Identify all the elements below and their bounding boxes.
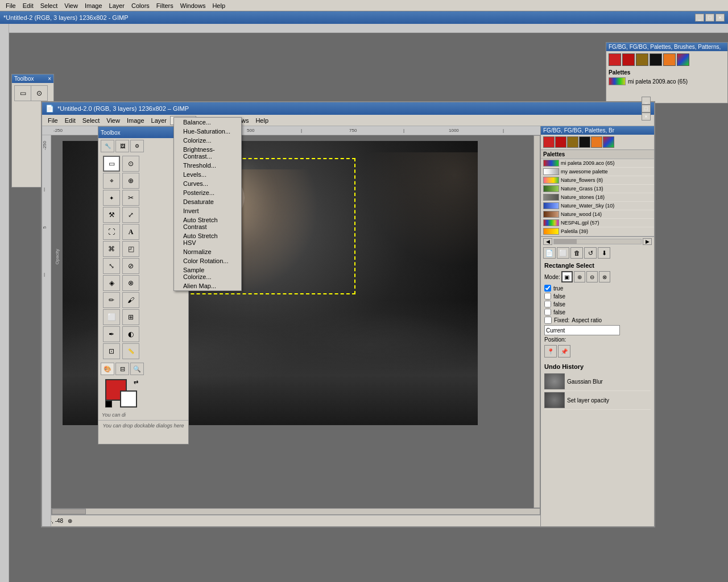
- tool-crop[interactable]: ⛶: [103, 224, 120, 240]
- mode-add-btn[interactable]: ⊕: [574, 271, 585, 282]
- palette-refresh-btn[interactable]: ↺: [584, 247, 597, 259]
- fixed-checkbox[interactable]: [544, 317, 552, 324]
- palette-row-4[interactable]: Nature_stones (18): [541, 193, 654, 202]
- menu-windows[interactable]: Windows: [177, 2, 209, 10]
- colors-menu-auto-stretch[interactable]: Auto Stretch Contrast: [174, 215, 241, 231]
- main-menu-view[interactable]: View: [103, 117, 123, 124]
- colors-menu-threshold[interactable]: Threshold...: [174, 161, 241, 170]
- tool-paths[interactable]: ⚒: [103, 207, 120, 223]
- main-hscrollbar[interactable]: [51, 508, 540, 515]
- reset-colors-icon[interactable]: [105, 401, 112, 408]
- tool-paintbrush[interactable]: 🖌: [122, 292, 139, 308]
- palette-new-btn[interactable]: 📄: [543, 247, 556, 259]
- bg-swatch-black[interactable]: [650, 53, 662, 66]
- palette-scroll-left[interactable]: ◀: [543, 238, 552, 245]
- main-menu-image[interactable]: Image: [123, 117, 148, 124]
- colors-menu-sample[interactable]: Sample Colorize...: [174, 265, 241, 281]
- palette-scroll-right[interactable]: ▶: [643, 238, 652, 245]
- tool-transform[interactable]: ⤢: [122, 207, 139, 223]
- main-minimize-btn[interactable]: _: [642, 97, 651, 105]
- bg-swatch-orange[interactable]: [663, 53, 676, 66]
- colors-menu-desaturate[interactable]: Desaturate: [174, 197, 241, 206]
- colors-menu-invert[interactable]: Invert: [174, 206, 241, 215]
- menu-layer[interactable]: Layer: [106, 2, 129, 10]
- tool-dodge-burn[interactable]: ◐: [122, 326, 139, 342]
- rp-swatch-black[interactable]: [579, 136, 590, 148]
- tool-airbrush[interactable]: ⊞: [122, 309, 139, 325]
- bg-minimize-btn[interactable]: _: [695, 14, 704, 22]
- tool-scissors[interactable]: ✂: [122, 190, 139, 206]
- bg-swatch-multi[interactable]: [677, 53, 689, 66]
- tool-ellipse-select[interactable]: ⊙: [122, 156, 139, 172]
- menu-file[interactable]: File: [2, 2, 19, 10]
- pos-btn-tl[interactable]: 📍: [544, 345, 557, 357]
- colors-menu-posterize[interactable]: Posterize...: [174, 188, 241, 197]
- colors-menu-brightness[interactable]: Brightness-Contrast...: [174, 145, 241, 161]
- main-menu-select[interactable]: Select: [79, 117, 104, 124]
- tool-info-1[interactable]: 🔧: [101, 140, 114, 152]
- bg-maximize-btn[interactable]: □: [705, 14, 714, 22]
- palette-row-1[interactable]: my awesome palette: [541, 168, 654, 176]
- tool-perspective[interactable]: ⤡: [103, 258, 120, 274]
- undo-entry-1[interactable]: Set layer opacity: [544, 391, 651, 410]
- tool-grid[interactable]: ⊟: [115, 363, 129, 375]
- rounded-corners-checkbox[interactable]: [544, 301, 551, 307]
- tool-bucket[interactable]: ⊗: [122, 275, 139, 291]
- bg-swatch-brown[interactable]: [636, 53, 648, 66]
- palette-scroll-track[interactable]: [553, 239, 642, 244]
- tool-smudge[interactable]: ⊡: [103, 343, 120, 359]
- bg-swatch-red[interactable]: [609, 53, 621, 66]
- menu-view[interactable]: View: [61, 2, 81, 10]
- main-menu-edit[interactable]: Edit: [61, 117, 79, 124]
- rp-swatch-red[interactable]: [543, 136, 555, 148]
- pos-btn-tr[interactable]: 📌: [558, 345, 570, 357]
- bg-color-box[interactable]: [120, 390, 137, 408]
- palette-duplicate-btn[interactable]: ⬜: [557, 247, 569, 259]
- palette-row-7[interactable]: NESP4L.gpl (57): [541, 219, 654, 227]
- current-value-input[interactable]: [544, 325, 620, 335]
- tool-heal[interactable]: ◰: [122, 241, 139, 257]
- colors-menu-colorize[interactable]: Colorize...: [174, 136, 241, 145]
- palette-row-5[interactable]: Nature_Water_Sky (10): [541, 202, 654, 210]
- status-zoom-icon[interactable]: ⊕: [68, 518, 72, 524]
- palette-row-2[interactable]: Nature_flowers (8): [541, 176, 654, 185]
- tool-rect-select[interactable]: ▭: [103, 156, 120, 172]
- rp-swatch-multi[interactable]: [603, 136, 614, 148]
- colors-menu-balance[interactable]: Balance...: [174, 118, 241, 127]
- tool-info-2[interactable]: 🖼: [115, 140, 129, 152]
- bg-tool-2[interactable]: ⊙: [31, 85, 48, 101]
- colors-menu-auto-hsv[interactable]: Auto Stretch HSV: [174, 231, 241, 247]
- antialiasing-checkbox[interactable]: [544, 285, 551, 292]
- bg-toolbox-close[interactable]: ×: [48, 76, 51, 82]
- main-menu-file[interactable]: File: [44, 117, 61, 124]
- tool-magic-wand[interactable]: ✦: [103, 190, 120, 206]
- palette-row-6[interactable]: Nature_wood (14): [541, 210, 654, 219]
- colors-menu-curves[interactable]: Curves...: [174, 179, 241, 188]
- rp-swatch-brown[interactable]: [567, 136, 578, 148]
- palette-row-8[interactable]: Paletila (39): [541, 227, 654, 236]
- tool-text[interactable]: A: [122, 224, 139, 240]
- main-menu-help[interactable]: Help: [252, 117, 272, 124]
- main-close-btn[interactable]: ×: [642, 113, 651, 120]
- main-maximize-btn[interactable]: □: [642, 105, 651, 113]
- bg-tool-1[interactable]: ▭: [14, 85, 31, 101]
- feather-edges-checkbox[interactable]: [544, 293, 551, 300]
- main-hscrollbar-thumb[interactable]: [52, 509, 86, 514]
- colors-menu-rotation[interactable]: Color Rotation...: [174, 256, 241, 265]
- mode-replace-btn[interactable]: ▣: [561, 271, 573, 282]
- colors-menu-hue-sat[interactable]: Hue-Saturation...: [174, 127, 241, 136]
- tool-flip[interactable]: ⊘: [122, 258, 139, 274]
- main-vscrollbar[interactable]: [533, 135, 540, 508]
- menu-colors-bg[interactable]: Colors: [128, 2, 153, 10]
- swap-colors-icon[interactable]: ⇄: [134, 379, 138, 385]
- menu-filters[interactable]: Filters: [153, 2, 177, 10]
- menu-edit[interactable]: Edit: [19, 2, 37, 10]
- mode-subtract-btn[interactable]: ⊖: [586, 271, 598, 282]
- rp-swatch-red2[interactable]: [555, 136, 566, 148]
- undo-entry-0[interactable]: Gaussian Blur: [544, 372, 651, 391]
- palette-delete-btn[interactable]: 🗑: [570, 247, 583, 259]
- expand-center-checkbox[interactable]: [544, 309, 551, 315]
- colors-menu-levels[interactable]: Levels...: [174, 170, 241, 179]
- rp-swatch-orange[interactable]: [591, 136, 602, 148]
- tool-pencil[interactable]: ✏: [103, 292, 120, 308]
